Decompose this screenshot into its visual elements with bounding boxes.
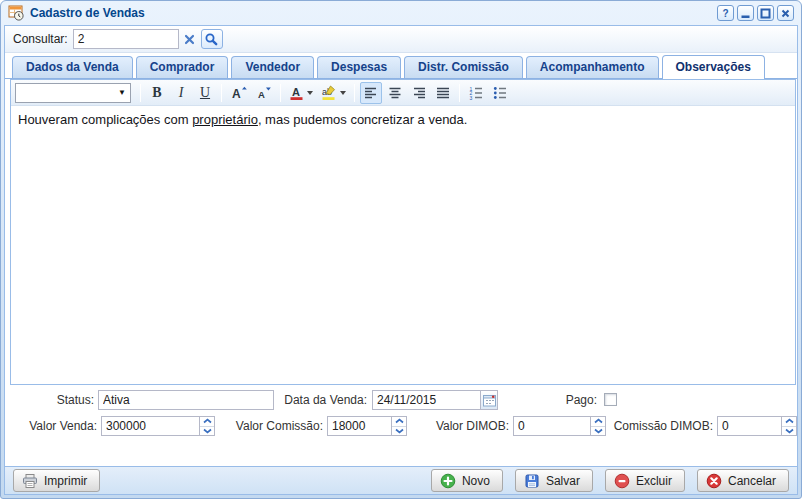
tab-acompanhamento[interactable]: Acompanhamento	[526, 56, 659, 78]
toolbar-separator	[221, 84, 222, 102]
footer-toolbar: Imprimir Novo	[5, 466, 797, 494]
align-right-button[interactable]	[408, 82, 430, 104]
align-center-icon	[387, 85, 403, 101]
toolbar-separator	[354, 84, 355, 102]
search-button[interactable]	[201, 29, 223, 49]
align-center-button[interactable]	[384, 82, 406, 104]
spinner-down-icon	[594, 428, 603, 434]
spin-down-button[interactable]	[392, 427, 406, 436]
tab-comprador[interactable]: Comprador	[136, 56, 229, 78]
close-button[interactable]	[777, 5, 794, 21]
tab-despesas[interactable]: Despesas	[317, 56, 401, 78]
align-left-button[interactable]	[360, 82, 382, 104]
svg-text:A: A	[292, 86, 300, 98]
search-input[interactable]	[73, 29, 179, 49]
maximize-button[interactable]	[757, 5, 774, 21]
comissao-dimob-field-wrap	[717, 416, 797, 436]
excluir-label: Excluir	[636, 474, 672, 488]
shrink-font-icon: A	[256, 85, 272, 101]
comissao-dimob-label: Comissão DIMOB:	[603, 416, 713, 436]
status-label: Status:	[5, 390, 94, 410]
align-right-icon	[411, 85, 427, 101]
chevron-down-icon	[307, 91, 313, 95]
plus-circle-icon	[440, 473, 456, 489]
x-circle-icon	[706, 473, 722, 489]
ordered-list-icon: 1 2 3	[468, 85, 484, 101]
highlight-color-button[interactable]: ab	[318, 82, 349, 104]
pago-checkbox[interactable]	[604, 393, 617, 406]
spinner-up-icon	[395, 418, 404, 424]
font-color-icon: A	[289, 85, 304, 101]
minus-circle-icon	[614, 473, 630, 489]
date-picker-trigger[interactable]	[480, 390, 498, 410]
valor-venda-field-wrap	[101, 416, 215, 436]
tab-dados-da-venda[interactable]: Dados da Venda	[12, 56, 133, 78]
spin-up-button[interactable]	[392, 417, 406, 427]
spinner-down-icon	[395, 428, 404, 434]
novo-button[interactable]: Novo	[431, 469, 503, 492]
valor-venda-field[interactable]	[101, 416, 215, 436]
chevron-down-icon	[340, 91, 346, 95]
salvar-button[interactable]: Salvar	[515, 469, 593, 492]
imprimir-label: Imprimir	[44, 474, 87, 488]
valor-comissao-label: Valor Comissão:	[209, 416, 323, 436]
justify-button[interactable]	[432, 82, 454, 104]
titlebar[interactable]: Cadastro de Vendas ?	[4, 1, 798, 25]
excluir-button[interactable]: Excluir	[605, 469, 685, 492]
data-da-venda-field-wrap	[372, 390, 498, 410]
valor-comissao-field-wrap	[327, 416, 407, 436]
editor-text: Houveram complicações com	[18, 112, 192, 127]
pago-label: Pago:	[525, 390, 597, 410]
grow-font-icon: A	[230, 85, 248, 101]
svg-text:3: 3	[470, 94, 473, 100]
align-left-icon	[363, 85, 379, 101]
status-field[interactable]	[98, 390, 274, 410]
window-icon	[8, 5, 24, 21]
shrink-font-button[interactable]: A	[253, 82, 275, 104]
ordered-list-button[interactable]: 1 2 3	[465, 82, 487, 104]
toolbar-separator	[459, 84, 460, 102]
imprimir-button[interactable]: Imprimir	[13, 469, 100, 492]
spin-down-button[interactable]	[782, 427, 796, 436]
bold-button[interactable]: B	[146, 82, 168, 104]
minimize-button[interactable]	[737, 5, 754, 21]
help-button[interactable]: ?	[717, 5, 734, 21]
cancelar-button[interactable]: Cancelar	[697, 469, 789, 492]
data-da-venda-label: Data da Venda:	[253, 390, 367, 410]
editor-text: , mas pudemos concretizar a venda.	[258, 112, 468, 127]
valor-comissao-spinner	[391, 417, 406, 435]
svg-text:A: A	[258, 89, 265, 100]
salvar-label: Salvar	[546, 474, 580, 488]
window-body: Consultar: Dados da Venda Comprador Vend…	[4, 25, 798, 495]
italic-button[interactable]: I	[170, 82, 192, 104]
underline-button[interactable]: U	[194, 82, 216, 104]
spinner-up-icon	[594, 418, 603, 424]
search-label: Consultar:	[13, 32, 68, 46]
tab-observacoes[interactable]: Observações	[662, 55, 765, 79]
comissao-dimob-spinner	[781, 417, 796, 435]
clear-search-icon[interactable]	[181, 30, 199, 48]
valor-dimob-field-wrap	[513, 416, 606, 436]
tab-bar: Dados da Venda Comprador Vendedor Despes…	[5, 53, 797, 79]
unordered-list-button[interactable]	[489, 82, 511, 104]
save-disk-icon	[524, 473, 540, 489]
chevron-down-icon: ▼	[118, 88, 126, 97]
search-toolbar: Consultar:	[5, 26, 797, 53]
novo-label: Novo	[462, 474, 490, 488]
printer-icon	[22, 473, 38, 489]
font-color-button[interactable]: A	[286, 82, 316, 104]
toolbar-separator	[140, 84, 141, 102]
tab-distr-comissao[interactable]: Distr. Comissão	[404, 56, 523, 78]
observacoes-textarea[interactable]: Houveram complicações com proprietário, …	[11, 106, 795, 134]
search-icon	[204, 32, 219, 47]
observacoes-editor-panel: ▼ B I U A A	[10, 79, 796, 385]
highlight-color-icon: ab	[321, 85, 337, 101]
tab-vendedor[interactable]: Vendedor	[231, 56, 314, 78]
valor-dimob-label: Valor DIMOB:	[413, 416, 509, 436]
grow-font-button[interactable]: A	[227, 82, 251, 104]
font-family-select[interactable]: ▼	[15, 83, 131, 103]
valor-venda-label: Valor Venda:	[5, 416, 97, 436]
cadastro-de-vendas-window: Cadastro de Vendas ? Consultar:	[0, 0, 802, 499]
spin-up-button[interactable]	[782, 417, 796, 427]
unordered-list-icon	[492, 85, 508, 101]
